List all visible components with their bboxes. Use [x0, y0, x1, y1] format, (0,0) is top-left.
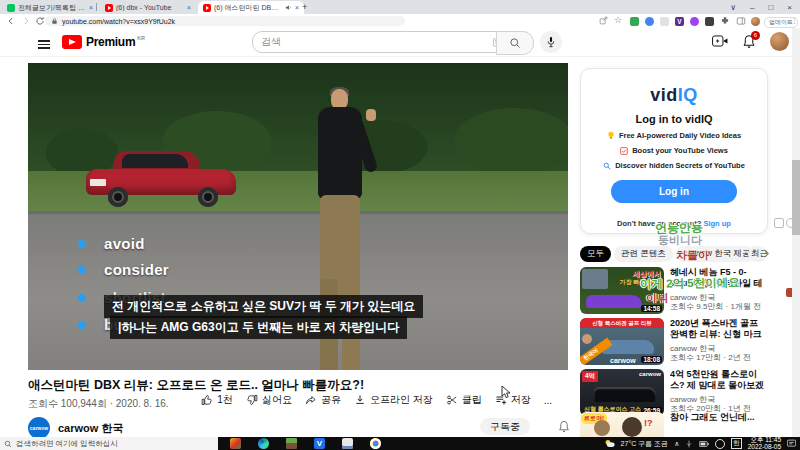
close-button[interactable]: × [787, 3, 792, 12]
minimize-button[interactable]: – [750, 3, 754, 12]
forward-icon[interactable] [21, 16, 31, 26]
maximize-button[interactable]: □ [768, 3, 773, 12]
mic-button[interactable] [540, 31, 562, 53]
refresh-icon[interactable] [35, 16, 45, 26]
channel-name[interactable]: carwow 한국 [58, 421, 123, 436]
bullet-dot [78, 294, 86, 302]
checkbox-icon [620, 147, 628, 155]
vidiq-title: Log in to vidIQ [581, 113, 767, 125]
address-bar[interactable]: youtube.com/watch?v=xsx9Y9fUu2k [45, 16, 405, 26]
annotation-cars: 차들아 [676, 248, 709, 263]
taskbar-search-input[interactable]: 검색하려면 여기에 입력하십시 [0, 437, 218, 450]
tab-close-icon[interactable]: × [187, 4, 191, 11]
vidiq-login-button[interactable]: Log in [611, 180, 737, 203]
vidiq-panel-toggle-icon[interactable] [774, 218, 784, 228]
bullet-dot [78, 321, 86, 329]
video-thumbnail[interactable]: 신형 폭스바겐 골프 리뷰 한국어 carwow 18:08 [580, 318, 664, 365]
clip-button[interactable]: 클립 [446, 393, 482, 407]
weather-text[interactable]: 27°C 구름 조금 [621, 439, 669, 449]
lightbulb-icon [607, 131, 615, 140]
extension-icon-v[interactable]: V [675, 17, 684, 26]
related-title[interactable]: 참아 그래도 언닌데... [670, 412, 768, 423]
window-controls: ∨ – □ × [730, 0, 792, 14]
subtitle-line-1: 전 개인적으로 소유하고 싶은 SUV가 딱 두 개가 있는데요 [104, 295, 423, 318]
back-icon[interactable] [6, 16, 16, 26]
tab-close-icon[interactable]: × [295, 4, 299, 11]
app-icon-mail[interactable] [342, 438, 353, 449]
vidiq-logo-iq: IQ [678, 85, 698, 105]
windows-taskbar: 검색하려면 여기에 입력하십시 V 27°C 구름 조금 ∧ 한 오후 11:4… [0, 437, 800, 450]
subscribed-button[interactable]: 구독중 [480, 418, 530, 435]
related-title[interactable]: 2020년 폭스바겐 골프 완벽한 리뷰: 신형 마크 8에 대한 진실! [670, 318, 768, 340]
search-button[interactable] [496, 31, 534, 55]
related-video-3[interactable]: 4억 carwow 신형 롤스로이스 고스트 26:59 4억 5천만원 롤스로… [580, 369, 766, 417]
browser-menu-icon[interactable]: ⋮ [791, 17, 798, 25]
battery-icon[interactable] [699, 441, 709, 447]
new-tab-button[interactable]: + [302, 2, 307, 12]
video-stats: 조회수 100,944회 · 2020. 8. 16. [28, 397, 169, 411]
ime-indicator[interactable]: 한 [731, 438, 742, 449]
extension-icon-dark[interactable] [705, 17, 714, 26]
browser-profile-avatar[interactable] [751, 17, 760, 26]
extensions-puzzle-icon[interactable] [720, 16, 730, 26]
hamburger-menu-icon[interactable] [38, 38, 50, 51]
tab-search-icon[interactable]: ∨ [730, 3, 736, 12]
extension-icon-green[interactable] [630, 17, 639, 26]
presenter-head [331, 89, 348, 109]
related-title[interactable]: 4억 5천만원 롤스로이스? 제 맘대로 몰아보겠습니다. [670, 369, 768, 391]
share-icon[interactable] [599, 16, 608, 25]
vidiq-signup-link[interactable]: Sign up [703, 219, 731, 228]
settings-gear-icon[interactable] [715, 439, 725, 449]
usb-icon[interactable] [685, 440, 693, 448]
tab-audio-icon[interactable] [285, 4, 292, 11]
related-video-2[interactable]: 신형 폭스바겐 골프 리뷰 한국어 carwow 18:08 2020년 폭스바… [580, 318, 766, 366]
youtube-premium-logo[interactable]: Premium KR [62, 35, 145, 49]
browser-tab-strip: 전체글보기/목록팁 : 통합 게시 × (6) dbx - YouTube × … [0, 0, 800, 14]
share-button[interactable]: 공유 [305, 393, 341, 407]
tab-close-icon[interactable]: × [89, 4, 93, 11]
app-icon-v[interactable]: V [314, 438, 325, 449]
video-thumbnail[interactable]: 4억 carwow 신형 롤스로이스 고스트 26:59 [580, 369, 664, 416]
chip-all[interactable]: 모두 [580, 246, 611, 262]
browser-tab-1[interactable]: 전체글보기/목록팁 : 통합 게시 × [2, 1, 98, 14]
edge-icon[interactable] [258, 438, 269, 449]
logo-region-label: KR [137, 35, 145, 41]
tab-title: (6) dbx - YouTube [116, 4, 184, 11]
dislike-button[interactable]: 싫어요 [246, 393, 292, 407]
extension-icon-gray[interactable] [660, 17, 669, 26]
like-button[interactable]: 1천 [201, 393, 233, 407]
action-center-icon[interactable] [787, 439, 796, 448]
chip-related[interactable]: 관련 콘텐츠 [614, 246, 673, 262]
channel-bell-icon[interactable] [558, 420, 570, 433]
thumb-driver-photo [582, 269, 608, 289]
chrome-icon[interactable] [370, 438, 381, 449]
vidiq-logo-vid: vid [650, 85, 678, 105]
browser-tab-2[interactable]: (6) dbx - YouTube × [100, 1, 196, 14]
app-icon-game[interactable] [230, 438, 241, 449]
browser-tab-active[interactable]: (6) 애스턴마틴 DBX 리뷰: 오 × [198, 1, 304, 14]
create-video-icon[interactable] [712, 35, 728, 47]
search-input[interactable]: 검색 [252, 31, 514, 53]
thumb-exclamation: !? [644, 418, 653, 428]
taskbar-clock[interactable]: 오후 11:45 2022-08-05 [748, 437, 781, 450]
channel-avatar[interactable]: carwow [28, 417, 50, 439]
youtube-profile-avatar[interactable] [770, 32, 789, 51]
side-panel-icon[interactable] [736, 16, 746, 26]
chips-scroll-arrow-icon[interactable]: › [765, 246, 769, 260]
extension-icon-blue[interactable] [645, 17, 654, 26]
tab-title: (6) 애스턴마틴 DBX 리뷰: 오 [214, 3, 282, 13]
video-player[interactable]: avoid consider shortlist buy 전 개인적으로 소유하… [28, 63, 568, 370]
annotation-price: 이게 2억 5천이에요 [640, 275, 740, 292]
more-actions-button[interactable]: ... [544, 395, 552, 406]
minecraft-icon[interactable] [286, 438, 297, 449]
tray-chevron-icon[interactable]: ∧ [674, 440, 679, 448]
url-text: youtube.com/watch?v=xsx9Y9fUu2k [62, 18, 175, 25]
offline-save-button[interactable]: 오프라인 저장 [354, 393, 433, 407]
vidiq-panel: vidIQ Log in to vidIQ Free AI-powered Da… [580, 68, 768, 234]
extension-icon-purple[interactable] [690, 17, 699, 26]
car-windows [122, 154, 188, 168]
bookmark-star-icon[interactable]: ☆ [614, 15, 622, 25]
scrollbar-thumb[interactable] [792, 160, 800, 235]
subtitle-line-2: |하나는 AMG G63이고 두 번째는 바로 저 차량입니다 [110, 316, 407, 339]
annotation-text: 둥비니다 [658, 233, 702, 248]
